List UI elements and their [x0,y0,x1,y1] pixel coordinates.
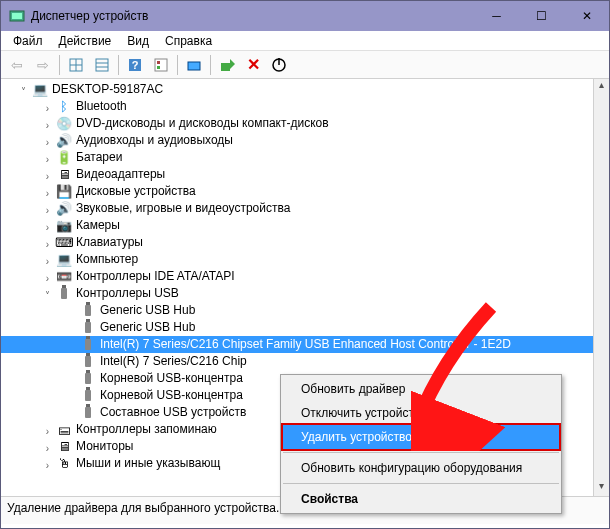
toolbar: ⇦ ⇨ ? ✕ [1,51,609,79]
ctx-update-driver[interactable]: Обновить драйвер [283,377,559,401]
tree-item-label: Дисковые устройства [76,183,202,200]
expand-icon[interactable]: › [41,185,54,198]
tree-video[interactable]: › 🖥 Видеоадаптеры [1,166,609,183]
tree-item-label: Батареи [76,149,128,166]
usb-icon [80,354,96,370]
menu-help[interactable]: Справка [157,32,220,50]
scroll-up-button[interactable]: ▴ [594,79,609,95]
collapse-icon[interactable]: ˅ [17,83,30,96]
expand-icon[interactable]: › [41,253,54,266]
tree-battery[interactable]: › 🔋 Батареи [1,149,609,166]
collapse-icon[interactable]: ˅ [41,287,54,300]
ctx-properties[interactable]: Свойства [283,487,559,511]
tree-item-label: Контроллеры USB [76,285,185,302]
back-button[interactable]: ⇦ [5,53,29,77]
expand-icon[interactable]: › [41,134,54,147]
expand-icon[interactable]: › [41,457,54,470]
mouse-icon: 🖱 [56,456,72,472]
usb-icon [80,320,96,336]
uninstall-icon[interactable]: ✕ [241,53,265,77]
window-title: Диспетчер устройств [31,9,474,23]
tree-item-label: Корневой USB-концентра [100,370,249,387]
minimize-button[interactable]: ─ [474,1,519,31]
tree-ide[interactable]: › 📼 Контроллеры IDE ATA/ATAPI [1,268,609,285]
display-icon: 🖥 [56,167,72,183]
help-icon[interactable]: ? [123,53,147,77]
expand-icon[interactable]: › [41,151,54,164]
expand-icon[interactable]: › [41,168,54,181]
ctx-disable-device[interactable]: Отключить устройство [283,401,559,425]
tree-item-label: Intel(R) 7 Series/C216 Chipset Family US… [100,336,517,353]
usb-icon [80,388,96,404]
title-bar: Диспетчер устройств ─ ☐ ✕ [1,1,609,31]
battery-icon: 🔋 [56,150,72,166]
menu-action[interactable]: Действие [51,32,120,50]
tree-usb[interactable]: ˅ Контроллеры USB [1,285,609,302]
svg-rect-1 [12,13,22,19]
tree-item-label: Видеоадаптеры [76,166,171,183]
grid1-icon[interactable] [64,53,88,77]
tree-cameras[interactable]: › 📷 Камеры [1,217,609,234]
scroll-down-button[interactable]: ▾ [594,480,609,496]
usb-icon [80,371,96,387]
tree-root-label: DESKTOP-59187AC [52,81,169,98]
menu-view[interactable]: Вид [119,32,157,50]
ide-icon: 📼 [56,269,72,285]
monitor-icon: 🖥 [56,439,72,455]
svg-rect-14 [221,63,230,71]
menu-bar: Файл Действие Вид Справка [1,31,609,51]
menu-separator [283,483,559,484]
close-button[interactable]: ✕ [564,1,609,31]
usb-icon [56,286,72,302]
tree-item-label: Камеры [76,217,126,234]
menu-separator [283,452,559,453]
tree-computer[interactable]: › 💻 Компьютер [1,251,609,268]
camera-icon: 📷 [56,218,72,234]
vertical-scrollbar[interactable]: ▴ ▾ [593,79,609,496]
tree-item-label: Звуковые, игровые и видеоустройства [76,200,296,217]
expand-icon[interactable]: › [41,202,54,215]
maximize-button[interactable]: ☐ [519,1,564,31]
tree-usb-intel2[interactable]: Intel(R) 7 Series/C216 Chip [1,353,609,370]
tree-usb-intel1[interactable]: Intel(R) 7 Series/C216 Chipset Family US… [1,336,609,353]
update-driver-icon[interactable] [215,53,239,77]
disable-icon[interactable] [267,53,291,77]
tree-audio[interactable]: › 🔊 Аудиовходы и аудиовыходы [1,132,609,149]
speaker-icon: 🔊 [56,201,72,217]
expand-icon[interactable]: › [41,117,54,130]
forward-button[interactable]: ⇨ [31,53,55,77]
tree-root[interactable]: ˅ 💻 DESKTOP-59187AC [1,81,609,98]
svg-rect-13 [188,62,200,70]
tree-usb-hub2[interactable]: Generic USB Hub [1,319,609,336]
refresh-icon[interactable] [182,53,206,77]
svg-text:?: ? [132,59,139,71]
menu-file[interactable]: Файл [5,32,51,50]
tree-item-label: Мыши и иные указывающ [76,455,226,472]
tree-item-label: Generic USB Hub [100,319,201,336]
ctx-refresh-config[interactable]: Обновить конфигурацию оборудования [283,456,559,480]
tree-item-label: Составное USB устройств [100,404,252,421]
window-controls: ─ ☐ ✕ [474,1,609,31]
expand-icon[interactable]: › [41,100,54,113]
ctx-remove-device[interactable]: Удалить устройство [281,423,561,451]
grid2-icon[interactable] [90,53,114,77]
tree-bluetooth[interactable]: › ᛒ Bluetooth [1,98,609,115]
storage-icon: 🖴 [56,422,72,438]
props-icon[interactable] [149,53,173,77]
expand-icon[interactable]: › [41,440,54,453]
expand-icon[interactable]: › [41,219,54,232]
keyboard-icon: ⌨ [56,235,72,251]
computer-icon: 💻 [56,252,72,268]
expand-icon[interactable]: › [41,236,54,249]
tree-soundgame[interactable]: › 🔊 Звуковые, игровые и видеоустройства [1,200,609,217]
tree-usb-hub1[interactable]: Generic USB Hub [1,302,609,319]
bluetooth-icon: ᛒ [56,99,72,115]
svg-rect-11 [157,61,160,64]
tree-dvd[interactable]: › 💿 DVD-дисководы и дисководы компакт-ди… [1,115,609,132]
expand-icon[interactable]: › [41,270,54,283]
tree-disk[interactable]: › 💾 Дисковые устройства [1,183,609,200]
expand-icon[interactable]: › [41,423,54,436]
tree-keyboards[interactable]: › ⌨ Клавиатуры [1,234,609,251]
tree-item-label: Корневой USB-концентра [100,387,249,404]
tree-item-label: Generic USB Hub [100,302,201,319]
